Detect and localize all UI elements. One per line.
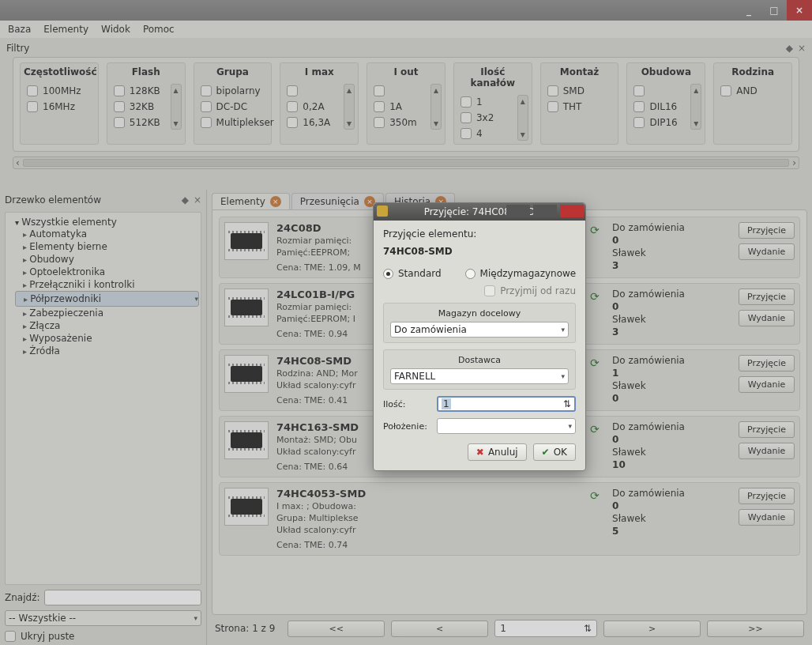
select-magazyn[interactable]: Do zamówienia [390,322,569,338]
radio-standard[interactable]: Standard [383,268,442,279]
dialog-header: Przyjęcie elementu: [383,228,576,240]
select-polozenie[interactable] [437,418,576,434]
dialog-przyjecie: Przyjęcie: 74HC08-SMD Przyjęcie elementu… [373,202,586,471]
dialog-titlebar[interactable]: Przyjęcie: 74HC08-SMD [374,203,585,221]
dialog-maximize[interactable] [533,205,557,217]
checkbox-przyjmij-od-razu: Przyjmij od razu [383,285,576,296]
section-dostawca: Dostawca [390,355,569,365]
dialog-element: 74HC08-SMD [383,246,453,257]
qty-label: Ilość: [383,399,430,409]
button-ok[interactable]: ✔OK [533,443,576,461]
cancel-icon: ✖ [476,447,484,458]
loc-label: Położenie: [383,421,430,432]
dialog-icon [377,206,388,217]
ok-icon: ✔ [542,447,550,458]
dialog-minimize[interactable] [506,205,530,217]
button-anuluj[interactable]: ✖Anuluj [468,443,527,461]
dialog-close[interactable] [560,205,584,217]
input-ilosc[interactable]: 1⇅ [437,396,576,412]
radio-miedzymagazynowe[interactable]: Międzymagazynowe [465,268,577,279]
section-magazyn: Magazyn docelowy [390,308,569,319]
select-dostawca[interactable]: FARNELL [390,368,569,384]
